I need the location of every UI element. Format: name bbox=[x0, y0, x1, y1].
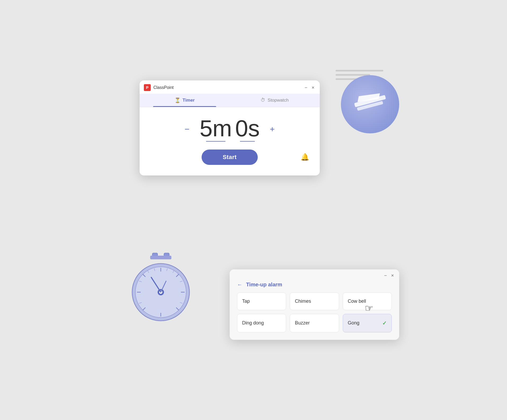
timer-window: P ClassPoint − × ⏳ Timer ⏱ Stopwatch − bbox=[140, 80, 320, 175]
minimize-button[interactable]: − bbox=[305, 85, 308, 90]
app-icon: P bbox=[144, 84, 151, 91]
minutes-underline bbox=[206, 141, 225, 142]
deco-line bbox=[336, 70, 383, 71]
alarm-option-gong[interactable]: Gong ✓ bbox=[343, 314, 392, 332]
alarm-option-dingdong[interactable]: Ding dong bbox=[237, 314, 286, 332]
start-button[interactable]: Start bbox=[202, 150, 258, 165]
alarm-option-gong-label: Gong bbox=[348, 320, 359, 326]
decrement-button[interactable]: − bbox=[183, 123, 192, 136]
timer-body: − 5m 0s + Start bbox=[140, 107, 320, 175]
seconds-group: 0s bbox=[235, 117, 260, 142]
tab-timer[interactable]: ⏳ Timer bbox=[140, 94, 230, 107]
timer-tab-label: Timer bbox=[183, 98, 195, 103]
alarm-options-grid: Tap Chimes Cow bell Ding dong Buzzer Gon… bbox=[230, 292, 399, 340]
stopwatch-tab-label: Stopwatch bbox=[268, 98, 288, 103]
timer-minutes: 5m bbox=[199, 117, 232, 140]
alarm-option-buzzer[interactable]: Buzzer bbox=[290, 314, 339, 332]
alarm-titlebar: − × bbox=[230, 269, 399, 278]
alarm-option-tap[interactable]: Tap bbox=[237, 292, 286, 310]
increment-button[interactable]: + bbox=[268, 123, 277, 136]
alarm-close-button[interactable]: × bbox=[391, 273, 394, 278]
alarm-title: Time-up alarm bbox=[246, 282, 282, 288]
window-titlebar: P ClassPoint − × bbox=[140, 80, 320, 94]
app-icon-letter: P bbox=[146, 85, 148, 90]
stopwatch-tab-icon: ⏱ bbox=[261, 97, 265, 103]
seconds-underline bbox=[240, 141, 255, 142]
selected-checkmark-icon: ✓ bbox=[382, 320, 387, 326]
decorative-sphere bbox=[341, 75, 399, 133]
window-controls: − × bbox=[305, 85, 314, 90]
alarm-window: − × ← Time-up alarm Tap Chimes Cow bell … bbox=[230, 269, 399, 340]
alarm-option-dingdong-label: Ding dong bbox=[242, 320, 264, 326]
titlebar-left: P ClassPoint bbox=[144, 84, 174, 91]
alarm-option-cowbell[interactable]: Cow bell bbox=[343, 292, 392, 310]
minutes-group: 5m bbox=[199, 117, 232, 142]
alarm-option-chimes[interactable]: Chimes bbox=[290, 292, 339, 310]
timer-actions: Start 🔔 bbox=[150, 150, 309, 165]
alarm-icon: 🔔 bbox=[301, 153, 309, 161]
stopwatch-illustration bbox=[124, 250, 198, 324]
alarm-option-chimes-label: Chimes bbox=[295, 299, 311, 304]
alarm-window-controls: − × bbox=[384, 273, 394, 278]
app-title: ClassPoint bbox=[153, 85, 174, 90]
tab-stopwatch[interactable]: ⏱ Stopwatch bbox=[230, 94, 320, 107]
timer-display-row: − 5m 0s + bbox=[183, 117, 277, 142]
alarm-header: ← Time-up alarm bbox=[230, 278, 399, 292]
alarm-option-tap-label: Tap bbox=[242, 299, 250, 304]
tab-bar: ⏳ Timer ⏱ Stopwatch bbox=[140, 94, 320, 107]
svg-rect-5 bbox=[150, 256, 171, 259]
timer-tab-icon: ⏳ bbox=[175, 97, 180, 103]
timer-display: 5m 0s bbox=[199, 117, 260, 142]
alarm-minimize-button[interactable]: − bbox=[384, 273, 387, 278]
back-button[interactable]: ← bbox=[237, 282, 242, 288]
close-button[interactable]: × bbox=[312, 85, 314, 90]
timer-seconds: 0s bbox=[235, 117, 260, 140]
alarm-option-buzzer-label: Buzzer bbox=[295, 320, 310, 326]
alarm-button[interactable]: 🔔 bbox=[301, 153, 309, 161]
alarm-option-cowbell-label: Cow bell bbox=[348, 299, 366, 304]
